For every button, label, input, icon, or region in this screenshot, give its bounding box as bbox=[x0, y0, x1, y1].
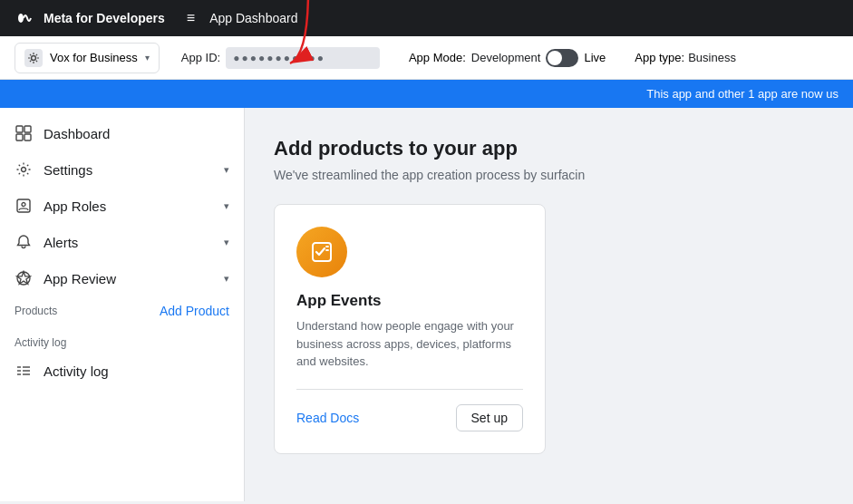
app-selector[interactable]: Vox for Business ▾ bbox=[15, 43, 160, 73]
svg-rect-4 bbox=[24, 126, 31, 132]
app-selector-label: Vox for Business bbox=[50, 51, 138, 64]
add-product-link[interactable]: Add Product bbox=[160, 304, 229, 318]
page-title: App Dashboard bbox=[209, 11, 297, 25]
app-review-icon bbox=[15, 269, 33, 287]
app-mode-value: Development bbox=[471, 51, 541, 64]
app-type-section: App type: Business bbox=[635, 51, 736, 64]
sidebar: Dashboard Settings ▾ App Roles bbox=[0, 108, 245, 501]
app-mode-label: App Mode: bbox=[409, 51, 466, 64]
app-review-chevron-icon: ▾ bbox=[224, 273, 229, 285]
alerts-chevron-icon: ▾ bbox=[224, 237, 229, 248]
sidebar-item-dashboard-label: Dashboard bbox=[44, 126, 229, 141]
sidebar-item-alerts[interactable]: Alerts ▾ bbox=[0, 224, 244, 260]
app-roles-icon bbox=[15, 197, 33, 215]
app-id-label: App ID: bbox=[181, 51, 220, 64]
app-events-title: App Events bbox=[296, 292, 523, 310]
app-selector-icon bbox=[24, 49, 43, 67]
alerts-icon bbox=[15, 233, 33, 251]
app-roles-chevron-icon: ▾ bbox=[224, 200, 229, 212]
activity-log-section-label: Activity log bbox=[0, 325, 244, 353]
add-products-heading: Add products to your app bbox=[274, 137, 824, 160]
settings-icon bbox=[15, 160, 33, 179]
add-products-subtext: We've streamlined the app creation proce… bbox=[274, 168, 824, 182]
meta-logo-icon bbox=[15, 7, 36, 29]
sidebar-item-activity-log[interactable]: Activity log bbox=[0, 353, 244, 389]
app-mode-toggle[interactable] bbox=[546, 49, 578, 67]
app-mode-section: App Mode: Development Live bbox=[409, 49, 606, 67]
app-type-label: App type: bbox=[635, 51, 684, 64]
notification-text: This app and other 1 app are now us bbox=[646, 87, 838, 101]
logo-text: Meta for Developers bbox=[44, 11, 165, 25]
sidebar-products-row: Products Add Product bbox=[0, 296, 244, 325]
main-layout: Dashboard Settings ▾ App Roles bbox=[0, 108, 853, 501]
live-label: Live bbox=[584, 51, 606, 64]
sidebar-item-app-review-label: App Review bbox=[44, 271, 213, 286]
notification-banner: This app and other 1 app are now us bbox=[0, 80, 853, 108]
svg-rect-3 bbox=[16, 126, 23, 132]
svg-point-0 bbox=[18, 14, 24, 23]
activity-log-icon bbox=[15, 362, 33, 380]
app-bar: Vox for Business ▾ App ID: ●●●●●●●●●●● A… bbox=[0, 36, 853, 80]
sidebar-item-settings[interactable]: Settings ▾ bbox=[0, 151, 244, 188]
app-events-description: Understand how people engage with your b… bbox=[296, 317, 523, 371]
app-events-card: App Events Understand how people engage … bbox=[274, 204, 546, 454]
sidebar-item-dashboard[interactable]: Dashboard bbox=[0, 115, 244, 151]
sidebar-item-app-roles[interactable]: App Roles ▾ bbox=[0, 188, 244, 224]
top-nav: Meta for Developers ≡ App Dashboard bbox=[0, 0, 853, 36]
settings-chevron-icon: ▾ bbox=[224, 164, 229, 176]
read-docs-link[interactable]: Read Docs bbox=[296, 411, 359, 425]
svg-rect-6 bbox=[24, 134, 31, 141]
sidebar-item-app-review[interactable]: App Review ▾ bbox=[0, 260, 244, 296]
svg-point-7 bbox=[22, 168, 26, 172]
app-events-icon bbox=[296, 227, 347, 277]
app-id-section: App ID: ●●●●●●●●●●● bbox=[181, 47, 380, 69]
svg-point-9 bbox=[22, 203, 25, 207]
sidebar-item-settings-label: Settings bbox=[44, 162, 213, 178]
app-events-card-footer: Read Docs Set up bbox=[296, 389, 523, 431]
sidebar-item-activity-log-label: Activity log bbox=[44, 363, 229, 379]
main-content: Add products to your app We've streamlin… bbox=[245, 108, 853, 501]
sidebar-item-app-roles-label: App Roles bbox=[44, 199, 213, 214]
dashboard-icon bbox=[15, 124, 33, 142]
app-id-value: ●●●●●●●●●●● bbox=[226, 47, 380, 69]
logo-area: Meta for Developers bbox=[15, 7, 165, 29]
chevron-down-icon: ▾ bbox=[145, 53, 150, 63]
svg-point-1 bbox=[32, 55, 36, 60]
app-type-value: Business bbox=[688, 51, 736, 64]
set-up-button[interactable]: Set up bbox=[456, 404, 523, 431]
hamburger-icon[interactable]: ≡ bbox=[187, 10, 195, 26]
products-label: Products bbox=[15, 305, 57, 317]
gear-icon bbox=[27, 52, 40, 64]
sidebar-item-alerts-label: Alerts bbox=[44, 235, 213, 250]
svg-rect-5 bbox=[16, 134, 23, 141]
